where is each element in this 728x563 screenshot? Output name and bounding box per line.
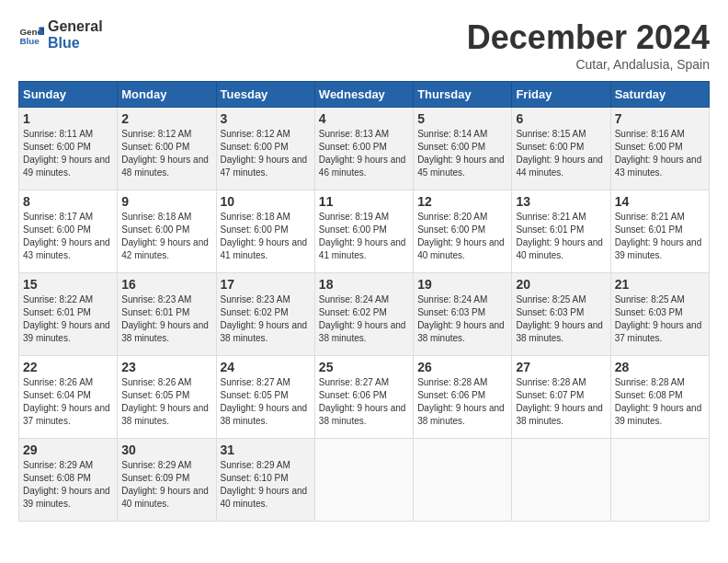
weekday-header-sunday: Sunday <box>19 82 118 108</box>
day-cell-16: 16 Sunrise: 8:23 AM Sunset: 6:01 PM Dayl… <box>118 273 216 356</box>
weekday-header-tuesday: Tuesday <box>216 82 314 108</box>
weekday-header-monday: Monday <box>118 82 216 108</box>
day-info: Sunrise: 8:23 AM Sunset: 6:02 PM Dayligh… <box>221 293 311 345</box>
weekday-header-row: SundayMondayTuesdayWednesdayThursdayFrid… <box>19 82 710 108</box>
day-number: 14 <box>615 194 705 209</box>
day-number: 22 <box>23 360 113 374</box>
calendar-week-2: 8 Sunrise: 8:17 AM Sunset: 6:00 PM Dayli… <box>19 190 710 273</box>
day-info: Sunrise: 8:17 AM Sunset: 6:00 PM Dayligh… <box>23 211 113 262</box>
day-info: Sunrise: 8:25 AM Sunset: 6:03 PM Dayligh… <box>615 293 705 345</box>
day-info: Sunrise: 8:18 AM Sunset: 6:00 PM Dayligh… <box>221 211 311 262</box>
day-info: Sunrise: 8:27 AM Sunset: 6:05 PM Dayligh… <box>221 376 311 428</box>
day-cell-29: 29 Sunrise: 8:29 AM Sunset: 6:08 PM Dayl… <box>19 439 118 522</box>
day-info: Sunrise: 8:29 AM Sunset: 6:09 PM Dayligh… <box>121 459 211 511</box>
calendar-table: SundayMondayTuesdayWednesdayThursdayFrid… <box>18 81 710 522</box>
day-cell-4: 4 Sunrise: 8:13 AM Sunset: 6:00 PM Dayli… <box>314 108 413 190</box>
weekday-header-saturday: Saturday <box>610 82 709 108</box>
day-cell-2: 2 Sunrise: 8:12 AM Sunset: 6:00 PM Dayli… <box>118 108 216 190</box>
month-title: December 2024 <box>467 18 710 57</box>
weekday-header-thursday: Thursday <box>414 82 512 108</box>
day-cell-22: 22 Sunrise: 8:26 AM Sunset: 6:04 PM Dayl… <box>19 356 118 439</box>
day-number: 6 <box>516 111 606 126</box>
day-info: Sunrise: 8:13 AM Sunset: 6:00 PM Dayligh… <box>319 128 409 179</box>
day-cell-31: 31 Sunrise: 8:29 AM Sunset: 6:10 PM Dayl… <box>216 439 314 522</box>
empty-cell <box>414 439 512 522</box>
day-cell-11: 11 Sunrise: 8:19 AM Sunset: 6:00 PM Dayl… <box>314 190 413 273</box>
day-cell-25: 25 Sunrise: 8:27 AM Sunset: 6:06 PM Dayl… <box>314 356 413 439</box>
day-info: Sunrise: 8:22 AM Sunset: 6:01 PM Dayligh… <box>23 293 113 345</box>
empty-cell <box>512 439 610 522</box>
day-number: 26 <box>417 360 507 374</box>
day-cell-12: 12 Sunrise: 8:20 AM Sunset: 6:00 PM Dayl… <box>414 190 512 273</box>
day-number: 27 <box>516 360 606 374</box>
day-cell-30: 30 Sunrise: 8:29 AM Sunset: 6:09 PM Dayl… <box>118 439 216 522</box>
day-number: 20 <box>516 277 606 292</box>
day-cell-20: 20 Sunrise: 8:25 AM Sunset: 6:03 PM Dayl… <box>512 273 610 356</box>
day-number: 5 <box>417 111 507 126</box>
day-cell-10: 10 Sunrise: 8:18 AM Sunset: 6:00 PM Dayl… <box>216 190 314 273</box>
day-info: Sunrise: 8:21 AM Sunset: 6:01 PM Dayligh… <box>516 211 606 262</box>
day-cell-17: 17 Sunrise: 8:23 AM Sunset: 6:02 PM Dayl… <box>216 273 314 356</box>
day-info: Sunrise: 8:20 AM Sunset: 6:00 PM Dayligh… <box>417 211 507 262</box>
day-number: 31 <box>221 442 311 457</box>
day-number: 7 <box>615 111 705 126</box>
page-header: General Blue General Blue December 2024 … <box>18 18 710 72</box>
day-number: 19 <box>417 277 507 292</box>
svg-text:Blue: Blue <box>19 35 40 45</box>
day-info: Sunrise: 8:21 AM Sunset: 6:01 PM Dayligh… <box>615 211 705 262</box>
day-cell-8: 8 Sunrise: 8:17 AM Sunset: 6:00 PM Dayli… <box>19 190 118 273</box>
day-cell-23: 23 Sunrise: 8:26 AM Sunset: 6:05 PM Dayl… <box>118 356 216 439</box>
day-number: 2 <box>121 111 211 126</box>
day-info: Sunrise: 8:24 AM Sunset: 6:03 PM Dayligh… <box>417 293 507 345</box>
day-number: 3 <box>221 111 311 126</box>
day-number: 15 <box>23 277 113 292</box>
day-number: 17 <box>221 277 311 292</box>
day-info: Sunrise: 8:24 AM Sunset: 6:02 PM Dayligh… <box>319 293 409 345</box>
day-number: 1 <box>23 111 113 126</box>
day-info: Sunrise: 8:12 AM Sunset: 6:00 PM Dayligh… <box>221 128 311 179</box>
day-cell-28: 28 Sunrise: 8:28 AM Sunset: 6:08 PM Dayl… <box>610 356 709 439</box>
weekday-header-friday: Friday <box>512 82 610 108</box>
day-cell-6: 6 Sunrise: 8:15 AM Sunset: 6:00 PM Dayli… <box>512 108 610 190</box>
day-number: 8 <box>23 194 113 209</box>
calendar-week-5: 29 Sunrise: 8:29 AM Sunset: 6:08 PM Dayl… <box>19 439 710 522</box>
day-info: Sunrise: 8:14 AM Sunset: 6:00 PM Dayligh… <box>417 128 507 179</box>
location-subtitle: Cutar, Andalusia, Spain <box>467 57 710 72</box>
day-info: Sunrise: 8:29 AM Sunset: 6:10 PM Dayligh… <box>221 459 311 511</box>
day-cell-7: 7 Sunrise: 8:16 AM Sunset: 6:00 PM Dayli… <box>610 108 709 190</box>
day-number: 30 <box>121 442 211 457</box>
day-cell-27: 27 Sunrise: 8:28 AM Sunset: 6:07 PM Dayl… <box>512 356 610 439</box>
day-info: Sunrise: 8:28 AM Sunset: 6:06 PM Dayligh… <box>417 376 507 428</box>
day-number: 9 <box>121 194 211 209</box>
day-info: Sunrise: 8:25 AM Sunset: 6:03 PM Dayligh… <box>516 293 606 345</box>
day-number: 28 <box>615 360 705 374</box>
day-number: 25 <box>319 360 409 374</box>
empty-cell <box>314 439 413 522</box>
logo-icon: General Blue <box>18 22 44 48</box>
day-cell-1: 1 Sunrise: 8:11 AM Sunset: 6:00 PM Dayli… <box>19 108 118 190</box>
day-info: Sunrise: 8:19 AM Sunset: 6:00 PM Dayligh… <box>319 211 409 262</box>
day-info: Sunrise: 8:26 AM Sunset: 6:04 PM Dayligh… <box>23 376 113 428</box>
day-number: 29 <box>23 442 113 457</box>
day-info: Sunrise: 8:28 AM Sunset: 6:07 PM Dayligh… <box>516 376 606 428</box>
day-info: Sunrise: 8:12 AM Sunset: 6:00 PM Dayligh… <box>121 128 211 179</box>
day-cell-21: 21 Sunrise: 8:25 AM Sunset: 6:03 PM Dayl… <box>610 273 709 356</box>
day-cell-24: 24 Sunrise: 8:27 AM Sunset: 6:05 PM Dayl… <box>216 356 314 439</box>
day-cell-15: 15 Sunrise: 8:22 AM Sunset: 6:01 PM Dayl… <box>19 273 118 356</box>
day-info: Sunrise: 8:29 AM Sunset: 6:08 PM Dayligh… <box>23 459 113 511</box>
day-cell-5: 5 Sunrise: 8:14 AM Sunset: 6:00 PM Dayli… <box>414 108 512 190</box>
day-number: 21 <box>615 277 705 292</box>
day-cell-18: 18 Sunrise: 8:24 AM Sunset: 6:02 PM Dayl… <box>314 273 413 356</box>
day-cell-14: 14 Sunrise: 8:21 AM Sunset: 6:01 PM Dayl… <box>610 190 709 273</box>
day-info: Sunrise: 8:26 AM Sunset: 6:05 PM Dayligh… <box>121 376 211 428</box>
day-number: 11 <box>319 194 409 209</box>
day-info: Sunrise: 8:16 AM Sunset: 6:00 PM Dayligh… <box>615 128 705 179</box>
day-number: 12 <box>417 194 507 209</box>
day-info: Sunrise: 8:18 AM Sunset: 6:00 PM Dayligh… <box>121 211 211 262</box>
day-number: 18 <box>319 277 409 292</box>
day-number: 16 <box>121 277 211 292</box>
day-info: Sunrise: 8:28 AM Sunset: 6:08 PM Dayligh… <box>615 376 705 428</box>
day-info: Sunrise: 8:15 AM Sunset: 6:00 PM Dayligh… <box>516 128 606 179</box>
day-cell-19: 19 Sunrise: 8:24 AM Sunset: 6:03 PM Dayl… <box>414 273 512 356</box>
logo: General Blue General Blue <box>18 18 103 51</box>
